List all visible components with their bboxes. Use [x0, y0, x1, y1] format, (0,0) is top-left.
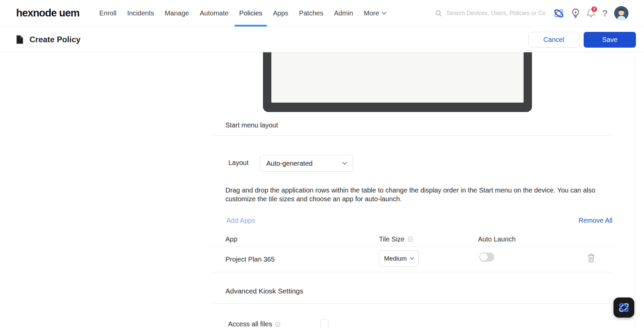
access-all-files-checkbox[interactable]	[320, 319, 329, 328]
nav-item-more[interactable]: More	[364, 0, 387, 26]
search-icon	[435, 10, 442, 17]
search-input[interactable]	[446, 10, 545, 17]
notifications-bell-icon[interactable]: 7	[586, 8, 596, 18]
drag-drop-description: Drag and drop the application rows withi…	[225, 186, 608, 203]
auto-launch-toggle[interactable]	[479, 253, 494, 262]
hexnode-knot-icon	[617, 301, 631, 314]
add-apps-link[interactable]: Add Apps	[226, 217, 255, 224]
nav-item-policies[interactable]: Policies	[239, 0, 262, 26]
nav-item-automate[interactable]: Automate	[200, 0, 228, 26]
table-header-divider	[211, 246, 612, 247]
user-avatar[interactable]	[614, 6, 629, 20]
save-button[interactable]: Save	[584, 32, 636, 48]
column-header-auto-launch: Auto Launch	[478, 235, 516, 243]
delete-app-button[interactable]	[586, 253, 596, 263]
access-all-files-label: Access all files	[228, 320, 280, 328]
hexnode-logo-wordmark[interactable]: hexnode uem	[16, 7, 79, 19]
nav-item-admin[interactable]: Admin	[334, 0, 353, 26]
main-nav: Enroll Incidents Manage Automate Policie…	[99, 0, 386, 26]
page-title: Create Policy	[30, 35, 80, 44]
tile-size-value: Medium	[384, 255, 407, 262]
whats-new-bulb-icon[interactable]	[571, 8, 580, 18]
chevron-down-icon	[342, 162, 347, 165]
page: hexnode uem Enroll Incidents Manage Auto…	[0, 0, 644, 328]
trash-icon	[587, 253, 595, 263]
column-header-tile-size: Tile Size	[379, 235, 413, 243]
policy-header-bar: Create Policy Cancel Save	[0, 27, 644, 52]
nav-item-enroll[interactable]: Enroll	[99, 0, 116, 26]
remove-all-link[interactable]: Remove All	[579, 217, 612, 224]
top-navbar: hexnode uem Enroll Incidents Manage Auto…	[0, 0, 644, 26]
toggle-knob	[480, 253, 488, 261]
circled-check-icon	[408, 236, 413, 242]
layout-label: Layout	[228, 159, 249, 167]
nav-item-apps[interactable]: Apps	[273, 0, 288, 26]
nav-item-patches[interactable]: Patches	[299, 0, 323, 26]
scrollbar-track[interactable]	[635, 52, 644, 328]
preview-caption: Start menu layout	[225, 121, 278, 129]
layout-select[interactable]: Auto-generated	[260, 155, 353, 172]
row-divider	[211, 272, 612, 272]
policy-content-area: Start menu layout Layout Auto-generated …	[0, 52, 644, 328]
navbar-actions: 7 ?	[553, 0, 629, 26]
tile-size-select[interactable]: Medium	[379, 250, 419, 267]
section-divider	[211, 304, 612, 304]
help-icon[interactable]: ?	[602, 9, 608, 18]
global-search	[435, 0, 545, 26]
notification-badge: 7	[591, 6, 598, 13]
chevron-down-icon	[410, 257, 414, 260]
circled-check-icon	[275, 322, 280, 327]
device-preview-frame	[263, 52, 532, 112]
more-label: More	[364, 9, 379, 17]
layout-select-value: Auto-generated	[266, 160, 313, 167]
advanced-kiosk-settings-heading: Advanced Kiosk Settings	[225, 287, 303, 295]
nav-item-incidents[interactable]: Incidents	[127, 0, 154, 26]
app-name: Project Plan 365	[225, 256, 275, 263]
column-header-app: App	[225, 235, 237, 243]
device-preview-screen	[271, 52, 524, 103]
document-icon	[16, 35, 23, 44]
support-chat-button[interactable]	[613, 297, 634, 318]
section-divider	[211, 135, 612, 136]
nav-item-manage[interactable]: Manage	[165, 0, 189, 26]
chevron-down-icon	[382, 12, 386, 15]
hexnode-knot-icon[interactable]	[553, 7, 565, 19]
cancel-button[interactable]: Cancel	[528, 32, 579, 48]
